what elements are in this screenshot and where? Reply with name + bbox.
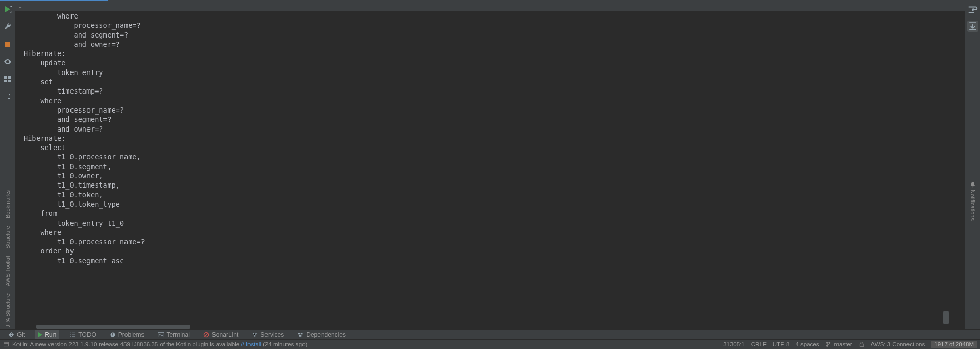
svg-rect-6: [112, 336, 113, 337]
status-text: Kotlin: A new version 223-1.9.10-release…: [12, 341, 241, 347]
status-text: (24 minutes ago): [261, 341, 308, 347]
horizontal-scrollbar[interactable]: [15, 324, 965, 329]
tab-sonarlint[interactable]: SonarLint: [200, 330, 241, 339]
status-kotlin-message[interactable]: Kotlin: A new version 223-1.9.10-release…: [3, 341, 307, 347]
tab-label: Problems: [118, 331, 145, 338]
pin-icon[interactable]: [3, 91, 13, 102]
vscroll-thumb[interactable]: [943, 311, 949, 324]
lock-icon[interactable]: [859, 341, 865, 347]
svg-rect-3: [8, 80, 11, 82]
tab-todo[interactable]: TODO: [66, 330, 99, 339]
progress-indicator: [0, 0, 108, 1]
tab-problems[interactable]: Problems: [106, 330, 148, 339]
sidebar-label: Structure: [5, 226, 11, 249]
svg-rect-17: [860, 344, 864, 346]
console-output-area[interactable]: where processor_name=? and segment=? and…: [15, 11, 965, 329]
top-progress-strip: [0, 0, 980, 1]
sidebar-label: Bookmarks: [5, 190, 11, 218]
caret-position[interactable]: 31305:1: [723, 341, 745, 347]
tab-terminal[interactable]: Terminal: [155, 330, 193, 339]
svg-rect-15: [299, 335, 302, 337]
tab-label: Terminal: [167, 331, 190, 338]
tab-label: TODO: [78, 331, 96, 338]
svg-rect-0: [4, 76, 7, 79]
tab-label: Git: [17, 331, 25, 338]
svg-rect-16: [4, 342, 9, 346]
tab-dependencies[interactable]: Dependencies: [294, 330, 349, 339]
sidebar-label: AWS Toolkit: [5, 256, 11, 286]
layout-icon[interactable]: [3, 74, 13, 84]
soft-wrap-icon[interactable]: [967, 4, 978, 15]
wrench-icon[interactable]: [3, 22, 13, 32]
bottom-tool-tabs: Git Run TODO Problems Terminal SonarLint: [0, 329, 980, 340]
stop-icon[interactable]: [3, 39, 13, 49]
rerun-icon[interactable]: [3, 4, 13, 14]
hscroll-thumb[interactable]: [36, 325, 190, 329]
tab-label: SonarLint: [212, 331, 238, 338]
tab-label: Dependencies: [306, 331, 346, 338]
tab-git[interactable]: Git: [5, 330, 28, 339]
play-icon: [38, 332, 42, 337]
chevron-down-icon[interactable]: ⌄: [17, 3, 23, 10]
svg-line-9: [205, 333, 208, 336]
line-separator[interactable]: CRLF: [751, 341, 767, 347]
memory-indicator[interactable]: 1917 of 2048M: [931, 341, 977, 348]
tab-run[interactable]: Run: [35, 330, 59, 339]
sidebar-aws-toolkit[interactable]: AWS Toolkit: [5, 256, 11, 286]
git-branch[interactable]: master: [825, 341, 852, 347]
console-header: ⌄: [15, 1, 965, 11]
tab-label: Services: [260, 331, 284, 338]
eye-icon[interactable]: [3, 57, 13, 67]
svg-rect-14: [301, 333, 303, 334]
tab-label: Run: [45, 331, 56, 338]
tab-services[interactable]: Services: [248, 330, 287, 339]
left-tool-gutter: Bookmarks Structure AWS Toolkit JPA Stru…: [0, 1, 15, 329]
svg-rect-7: [158, 333, 164, 337]
svg-rect-2: [4, 80, 7, 82]
sidebar-jpa-structure[interactable]: JPA Structure: [5, 293, 11, 327]
sidebar-label: Notifications: [970, 190, 976, 221]
sidebar-bookmarks[interactable]: Bookmarks: [5, 190, 11, 218]
sidebar-label: JPA Structure: [5, 293, 11, 327]
right-tool-gutter: Notifications: [965, 1, 980, 329]
console-text: where processor_name=? and segment=? and…: [15, 11, 965, 265]
aws-connections[interactable]: AWS: 3 Connections: [871, 341, 925, 347]
indent-settings[interactable]: 4 spaces: [795, 341, 819, 347]
vertical-scrollbar[interactable]: [943, 22, 949, 324]
file-encoding[interactable]: UTF-8: [773, 341, 790, 347]
sidebar-structure[interactable]: Structure: [5, 226, 11, 249]
scroll-to-end-icon[interactable]: [967, 21, 978, 32]
svg-rect-5: [112, 333, 113, 335]
svg-rect-1: [8, 76, 11, 79]
install-link[interactable]: // Install: [241, 341, 261, 347]
sidebar-notifications[interactable]: Notifications: [970, 181, 976, 221]
svg-rect-13: [298, 333, 300, 334]
status-bar: Kotlin: A new version 223-1.9.10-release…: [0, 340, 980, 349]
